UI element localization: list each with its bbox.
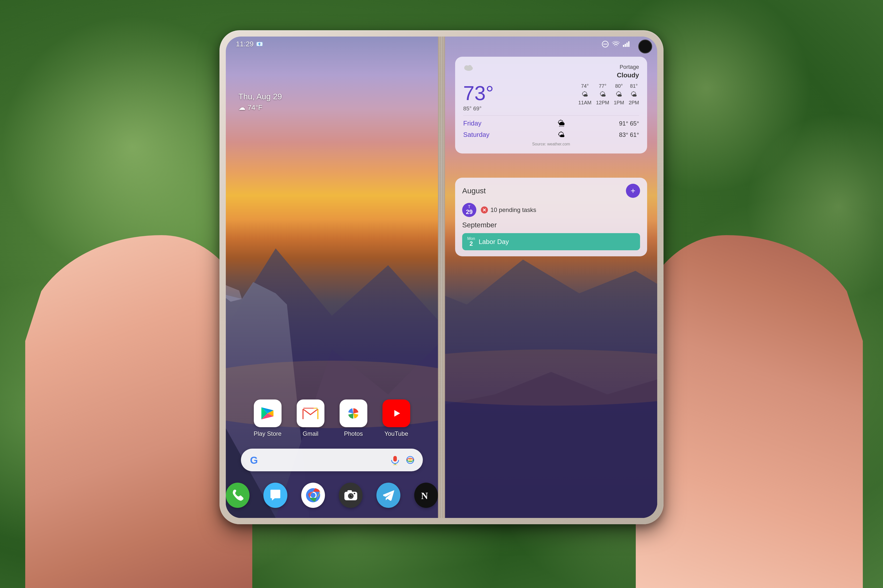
lens-icon[interactable] bbox=[405, 455, 415, 465]
dock: N bbox=[226, 483, 438, 508]
app-icon-photos[interactable]: Photos bbox=[340, 399, 367, 437]
cloud-icon: ☁ bbox=[238, 104, 245, 112]
dock-nyt[interactable]: N bbox=[414, 483, 438, 508]
svg-rect-22 bbox=[347, 490, 352, 493]
svg-point-17 bbox=[409, 459, 412, 462]
pending-tasks-info: 10 pending tasks bbox=[481, 206, 536, 213]
gmail-icon-bg bbox=[297, 399, 325, 427]
forecast-hourly: 74° 🌤 11AM 77° 🌤 12PM 80° bbox=[578, 83, 639, 106]
gmail-label: Gmail bbox=[303, 430, 319, 437]
dock-telegram[interactable] bbox=[376, 483, 400, 508]
task-x-icon bbox=[482, 208, 487, 212]
phone-screen: 11:29 📧 Thu, Aug 29 ☁ 74°F bbox=[226, 36, 657, 518]
september-label: September bbox=[462, 221, 640, 229]
labor-day-date: Mon 2 bbox=[467, 237, 475, 247]
svg-rect-13 bbox=[393, 456, 397, 462]
screen-right: Portage Cloudy 73° 85° 69° bbox=[445, 36, 657, 518]
task-icon bbox=[481, 206, 488, 213]
status-icons-left: 📧 bbox=[256, 41, 263, 47]
app-icons-row: Play Store bbox=[226, 399, 438, 437]
dnd-icon bbox=[602, 40, 609, 48]
app-icon-gmail[interactable]: Gmail bbox=[297, 399, 325, 437]
forecast-12pm: 77° 🌤 12PM bbox=[596, 83, 609, 106]
app-icon-play-store[interactable]: Play Store bbox=[254, 399, 281, 437]
labor-day-label: Labor Day bbox=[478, 238, 509, 246]
svg-text:G: G bbox=[250, 454, 258, 466]
temp-text: ☁ 74°F bbox=[238, 104, 282, 112]
svg-point-20 bbox=[311, 493, 316, 498]
mic-icon[interactable] bbox=[390, 455, 400, 465]
time-display: 11:29 bbox=[236, 40, 254, 48]
search-bar[interactable]: G bbox=[241, 448, 423, 471]
date-widget: Thu, Aug 29 ☁ 74°F bbox=[238, 92, 282, 112]
youtube-label: YouTube bbox=[385, 430, 408, 437]
weather-widget: Portage Cloudy 73° 85° 69° bbox=[455, 57, 647, 153]
weather-temp-big: 73° bbox=[463, 83, 494, 104]
notification-icon: 📧 bbox=[256, 41, 263, 47]
date-badge-29: T 29 bbox=[462, 203, 476, 217]
dock-messages[interactable] bbox=[263, 483, 287, 508]
hand-right bbox=[636, 235, 863, 588]
pending-tasks-text: 10 pending tasks bbox=[490, 206, 536, 213]
add-event-button[interactable]: + bbox=[626, 184, 640, 198]
play-store-label: Play Store bbox=[254, 430, 281, 437]
august-label: August bbox=[462, 186, 486, 195]
dock-phone[interactable] bbox=[226, 483, 250, 508]
weather-cloud-icon bbox=[463, 64, 473, 71]
svg-text:N: N bbox=[421, 490, 428, 501]
front-camera bbox=[638, 40, 652, 53]
svg-point-27 bbox=[354, 493, 355, 494]
status-bar-left: 11:29 📧 bbox=[226, 36, 438, 52]
labor-day-event[interactable]: Mon 2 Labor Day bbox=[462, 233, 640, 250]
calendar-header: August + bbox=[462, 184, 640, 198]
dock-chrome[interactable] bbox=[301, 483, 325, 508]
status-icons-right bbox=[602, 40, 629, 48]
status-bar-right bbox=[445, 36, 657, 52]
youtube-icon-bg bbox=[382, 399, 410, 427]
calendar-widget: August + T 29 bbox=[455, 178, 647, 256]
svg-point-26 bbox=[351, 495, 352, 496]
dock-camera[interactable] bbox=[339, 483, 363, 508]
hand-left bbox=[25, 235, 252, 588]
weather-source: Source: weather.com bbox=[463, 142, 639, 146]
weather-hi-lo: 85° 69° bbox=[463, 105, 494, 112]
phone-hinge bbox=[438, 36, 445, 518]
forecast-11am: 74° 🌤 11AM bbox=[578, 83, 591, 106]
weather-location: Portage bbox=[617, 64, 639, 70]
forecast-2pm: 81° 🌤 2PM bbox=[629, 83, 639, 106]
photos-icon-bg bbox=[340, 399, 367, 427]
svg-point-29 bbox=[445, 350, 657, 406]
weather-condition: Cloudy bbox=[617, 71, 639, 79]
wifi-icon bbox=[612, 40, 620, 48]
play-store-icon-bg bbox=[254, 399, 281, 427]
friday-forecast: Friday 🌦 91° 65° bbox=[463, 119, 639, 128]
google-g-logo: G bbox=[248, 454, 261, 466]
app-icon-youtube[interactable]: YouTube bbox=[382, 399, 410, 437]
calendar-event-row: T 29 10 pending tasks bbox=[462, 203, 640, 217]
svg-point-34 bbox=[468, 65, 472, 69]
foldable-phone: 11:29 📧 Thu, Aug 29 ☁ 74°F bbox=[220, 30, 663, 524]
saturday-forecast: Saturday 🌤 83° 61° bbox=[463, 130, 639, 139]
date-text: Thu, Aug 29 bbox=[238, 92, 282, 101]
signal-icon bbox=[623, 41, 629, 47]
photos-label: Photos bbox=[344, 430, 363, 437]
forecast-1pm: 80° 🌤 1PM bbox=[614, 83, 624, 106]
screen-left: 11:29 📧 Thu, Aug 29 ☁ 74°F bbox=[226, 36, 438, 518]
